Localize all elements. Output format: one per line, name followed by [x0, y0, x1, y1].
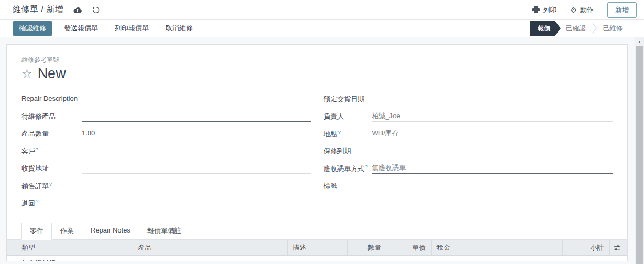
repair-description-input[interactable] [82, 93, 311, 104]
scrollbar-thumb[interactable] [636, 46, 643, 264]
record-title: New [38, 66, 66, 82]
return-input[interactable] [82, 197, 311, 208]
breadcrumb[interactable]: 維修單 / 新增 [13, 4, 63, 15]
top-navbar: 維修單 / 新增 列印 ⚙ 動作 新增 [0, 0, 644, 20]
help-marker: ? [338, 129, 341, 135]
discard-undo-icon[interactable] [92, 6, 100, 14]
action-label: 動作 [580, 5, 594, 15]
vertical-scrollbar[interactable]: ▲ [635, 37, 644, 264]
tab-quotation-notes[interactable]: 報價單備註 [139, 223, 190, 240]
col-header-unit-price: 單價 [387, 240, 431, 256]
scrollbar-up-arrow[interactable]: ▲ [635, 37, 644, 46]
confirm-repair-button[interactable]: 確認維修 [13, 21, 52, 36]
save-cloud-icon[interactable] [73, 6, 82, 14]
col-header-quantity: 數量 [347, 240, 387, 256]
text-cursor [83, 94, 83, 103]
invoice-method-input[interactable]: 無應收憑單 [372, 163, 613, 174]
cancel-repair-button[interactable]: 取消維修 [160, 21, 198, 36]
col-header-taxes: 稅金 [431, 240, 562, 256]
favorite-star-icon[interactable]: ☆ [21, 68, 32, 80]
notebook-tabs: 零件 作業 Repair Notes 報價單備註 [21, 222, 627, 239]
control-panel: 確認維修 發送報價單 列印報價單 取消維修 報價 已確認 已維修 [0, 20, 644, 37]
print-quotation-button[interactable]: 列印報價單 [110, 21, 154, 36]
field-label-product-quantity: 產品數量 [21, 128, 82, 139]
scheduled-date-input[interactable] [372, 93, 613, 104]
col-header-type: 類型 [7, 240, 133, 256]
action-menu[interactable]: ⚙ 動作 [570, 5, 594, 15]
chevron-separator-icon [592, 23, 597, 34]
statusbar: 報價 已確認 已維修 [530, 20, 628, 37]
reference-label: 維修參考單號 [21, 56, 613, 65]
form-view: 維修參考單號 ☆ New Repair Description 待維修產品 [0, 37, 644, 264]
print-label: 列印 [543, 5, 556, 15]
field-label-scheduled-date: 預定交貨日期 [324, 93, 372, 104]
product-quantity-input[interactable]: 1.00 [82, 128, 311, 139]
warranty-expiration-input[interactable] [372, 145, 613, 156]
help-marker: ? [36, 146, 38, 152]
customer-input[interactable] [82, 145, 311, 156]
tab-parts[interactable]: 零件 [21, 223, 52, 240]
tab-repair-notes[interactable]: Repair Notes [82, 223, 139, 240]
field-label-return: 退回? [21, 197, 82, 208]
send-quotation-button[interactable]: 發送報價單 [59, 21, 103, 36]
field-label-invoice-method: 應收憑單方式? [324, 163, 372, 174]
field-label-responsible: 負責人 [324, 111, 372, 121]
delivery-address-input[interactable] [82, 163, 311, 174]
help-marker: ? [36, 198, 38, 204]
field-label-tags: 標籤 [324, 180, 372, 191]
optional-columns-toggle[interactable] [609, 240, 627, 256]
responsible-input[interactable]: 柏誠_Joe [372, 111, 613, 122]
status-step-repaired[interactable]: 已維修 [598, 21, 628, 36]
table-add-row: 加入資料行 [7, 256, 627, 261]
field-label-repair-description: Repair Description [21, 93, 82, 102]
field-label-customer: 客戶? [21, 145, 82, 156]
field-label-location: 地點? [324, 128, 372, 139]
col-header-product: 產品 [133, 240, 287, 256]
printer-icon [532, 6, 540, 13]
tags-input[interactable] [372, 180, 613, 191]
gear-icon: ⚙ [570, 6, 577, 14]
status-step-confirmed[interactable]: 已確認 [561, 21, 591, 36]
help-marker: ? [365, 164, 368, 170]
sale-order-input[interactable] [82, 180, 311, 191]
column-sliders-icon [613, 244, 621, 251]
parts-table: 類型 產品 描述 數量 單價 稅金 小計 [7, 239, 627, 256]
print-menu[interactable]: 列印 [532, 5, 556, 15]
form-sheet: 維修參考單號 ☆ New Repair Description 待維修產品 [6, 44, 628, 261]
product-to-repair-input[interactable] [82, 111, 311, 122]
field-label-delivery-address: 收貨地址 [21, 163, 82, 173]
add-line-button[interactable]: 加入資料行 [21, 259, 56, 262]
tab-operations[interactable]: 作業 [52, 223, 82, 240]
field-grid: Repair Description 待維修產品 產品數量 1.00 客戶? [21, 93, 613, 215]
status-step-quotation[interactable]: 報價 [530, 21, 561, 36]
col-header-subtotal: 小計 [562, 240, 609, 256]
location-input[interactable]: WH/庫存 [372, 128, 613, 139]
help-marker: ? [49, 181, 52, 187]
field-label-warranty-expiration: 保修到期 [324, 145, 372, 156]
field-label-product-to-repair: 待維修產品 [21, 111, 82, 121]
col-header-description: 描述 [287, 240, 347, 256]
new-button[interactable]: 新增 [607, 2, 637, 18]
field-label-sale-order: 銷售訂單? [21, 180, 82, 191]
